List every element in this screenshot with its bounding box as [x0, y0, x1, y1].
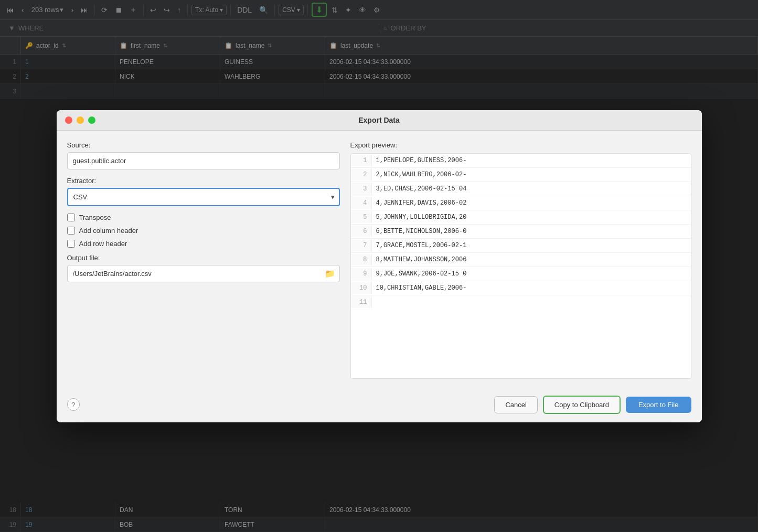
preview-line-num: 8 [351, 254, 372, 265]
preview-line-content: 7,GRACE,MOSTEL,2006-02-1 [372, 240, 691, 251]
export-data-modal: Export Data Source: Extractor: CSV JSON … [57, 110, 702, 422]
modal-overlay: Export Data Source: Extractor: CSV JSON … [0, 0, 758, 532]
extractor-select-wrapper: CSV JSON SQL INSERT TSV ▾ [67, 188, 340, 206]
output-file-row: 📁 [67, 265, 340, 282]
preview-row: 6 6,BETTE,NICHOLSON,2006-0 [351, 225, 691, 239]
modal-footer: ? Cancel Copy to Clipboard Export to Fil… [57, 389, 702, 422]
transpose-checkbox-row: Transpose [67, 214, 340, 221]
preview-row: 8 8,MATTHEW,JOHANSSON,2006 [351, 253, 691, 267]
preview-line-num: 4 [351, 197, 372, 209]
preview-line-content: 2,NICK,WAHLBERG,2006-02- [372, 169, 691, 180]
preview-line-num: 7 [351, 240, 372, 251]
preview-line-content: 6,BETTE,NICHOLSON,2006-0 [372, 226, 691, 237]
footer-left: ? [67, 398, 80, 411]
preview-label: Export preview: [350, 141, 691, 149]
add-column-header-checkbox-row: Add column header [67, 227, 340, 235]
preview-row: 4 4,JENNIFER,DAVIS,2006-02 [351, 196, 691, 210]
maximize-window-btn[interactable] [88, 116, 95, 124]
preview-line-num: 11 [351, 296, 372, 308]
modal-body: Source: Extractor: CSV JSON SQL INSERT T… [57, 131, 702, 389]
add-column-header-checkbox[interactable] [67, 227, 75, 235]
preview-line-num: 6 [351, 226, 372, 237]
preview-line-content: 4,JENNIFER,DAVIS,2006-02 [372, 197, 691, 209]
preview-box: 1 1,PENELOPE,GUINESS,2006- 2 2,NICK,WAHL… [350, 153, 691, 379]
export-to-file-button[interactable]: Export to File [626, 397, 691, 413]
preview-row: 7 7,GRACE,MOSTEL,2006-02-1 [351, 239, 691, 253]
close-window-btn[interactable] [65, 116, 72, 124]
extractor-select[interactable]: CSV JSON SQL INSERT TSV [67, 188, 340, 206]
minimize-window-btn[interactable] [77, 116, 84, 124]
preview-line-num: 10 [351, 282, 372, 294]
add-row-header-checkbox[interactable] [67, 240, 75, 248]
preview-row: 3 3,ED,CHASE,2006-02-15 04 [351, 182, 691, 196]
preview-line-content: 9,JOE,SWANK,2006-02-15 0 [372, 268, 691, 280]
add-row-header-checkbox-row: Add row header [67, 240, 340, 248]
browse-btn[interactable]: 📁 [321, 265, 339, 282]
window-controls [65, 116, 95, 124]
preview-line-num: 3 [351, 183, 372, 195]
preview-line-content: 8,MATTHEW,JOHANSSON,2006 [372, 254, 691, 265]
footer-right: Cancel Copy to Clipboard Export to File [494, 396, 691, 414]
preview-line-num: 2 [351, 169, 372, 180]
cancel-button[interactable]: Cancel [494, 396, 537, 413]
preview-row: 2 2,NICK,WAHLBERG,2006-02- [351, 168, 691, 182]
transpose-label: Transpose [79, 214, 111, 221]
preview-line-num: 9 [351, 268, 372, 280]
help-btn[interactable]: ? [67, 398, 80, 411]
preview-line-num: 5 [351, 211, 372, 223]
preview-line-content [372, 296, 691, 301]
copy-to-clipboard-button[interactable]: Copy to Clipboard [543, 396, 621, 414]
modal-title: Export Data [358, 116, 400, 124]
extractor-label: Extractor: [67, 177, 340, 185]
modal-right-panel: Export preview: 1 1,PENELOPE,GUINESS,200… [350, 141, 691, 379]
preview-row: 9 9,JOE,SWANK,2006-02-15 0 [351, 267, 691, 281]
preview-row: 10 10,CHRISTIAN,GABLE,2006- [351, 281, 691, 295]
preview-line-content: 10,CHRISTIAN,GABLE,2006- [372, 282, 691, 294]
add-row-header-label: Add row header [79, 240, 127, 248]
source-label: Source: [67, 141, 340, 149]
preview-line-content: 1,PENELOPE,GUINESS,2006- [372, 155, 691, 166]
output-file-label: Output file: [67, 254, 340, 262]
source-input[interactable] [67, 152, 340, 169]
transpose-checkbox[interactable] [67, 214, 75, 221]
preview-line-content: 3,ED,CHASE,2006-02-15 04 [372, 183, 691, 195]
modal-titlebar: Export Data [57, 110, 702, 131]
preview-row: 1 1,PENELOPE,GUINESS,2006- [351, 154, 691, 168]
add-column-header-label: Add column header [79, 227, 138, 235]
preview-row: 11 [351, 295, 691, 309]
preview-line-content: 5,JOHNNY,LOLLOBRIGIDA,20 [372, 211, 691, 223]
modal-left-panel: Source: Extractor: CSV JSON SQL INSERT T… [67, 141, 350, 379]
preview-line-num: 1 [351, 155, 372, 166]
preview-row: 5 5,JOHNNY,LOLLOBRIGIDA,20 [351, 210, 691, 225]
output-file-input[interactable] [68, 265, 321, 282]
